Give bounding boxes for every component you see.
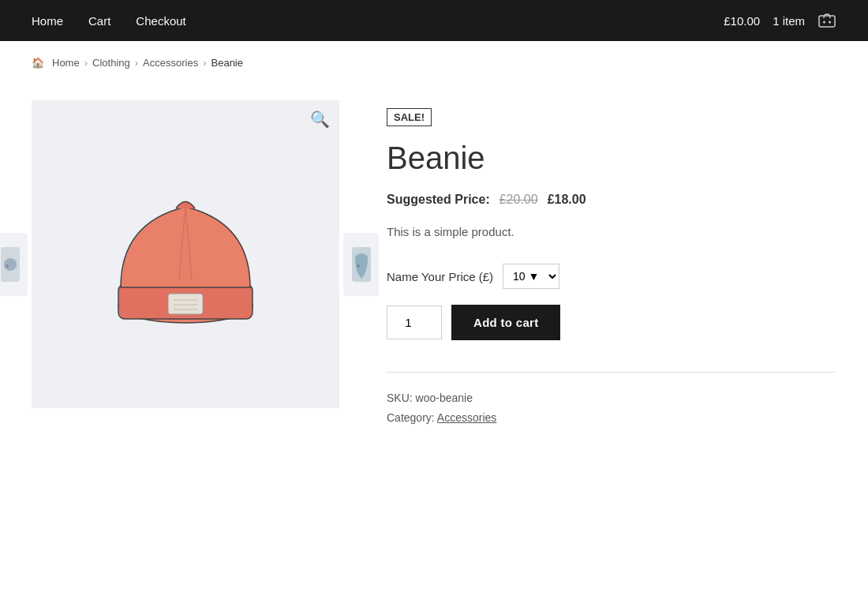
category-link[interactable]: Accessories xyxy=(437,411,496,424)
zoom-icon[interactable]: 🔍 xyxy=(310,110,330,129)
nav-checkout[interactable]: Checkout xyxy=(136,14,185,28)
meta-divider xyxy=(387,372,836,373)
sku-value: woo-beanie xyxy=(416,392,473,404)
product-image-box: 🔍 xyxy=(32,100,339,408)
price-input-row: Name Your Price (£) 10 ▼ 12 14 16 18 xyxy=(387,264,836,289)
product-image-area: 🔍 xyxy=(32,100,339,428)
breadcrumb-home[interactable]: Home xyxy=(52,57,80,69)
breadcrumb-accessories[interactable]: Accessories xyxy=(143,57,198,69)
cart-icon[interactable] xyxy=(817,11,836,31)
cart-amount: £10.00 xyxy=(724,14,760,28)
sku-row: SKU: woo-beanie xyxy=(387,388,836,408)
svg-point-13 xyxy=(357,264,360,268)
add-to-cart-row: Add to cart xyxy=(387,305,836,340)
main-nav: Home Cart Checkout £10.00 1 item xyxy=(0,0,868,41)
quantity-input[interactable] xyxy=(387,305,442,339)
svg-point-1 xyxy=(823,21,825,23)
prev-thumbnail[interactable] xyxy=(0,233,28,296)
product-meta: SKU: woo-beanie Category: Accessories xyxy=(387,388,836,428)
breadcrumb-current: Beanie xyxy=(211,57,243,69)
svg-point-5 xyxy=(6,264,9,268)
nav-links: Home Cart Checkout xyxy=(32,14,724,28)
price-select[interactable]: 10 ▼ 12 14 16 18 xyxy=(503,264,559,289)
price-old: £20.00 xyxy=(499,193,538,207)
next-thumbnail[interactable] xyxy=(343,233,379,296)
category-row: Category: Accessories xyxy=(387,408,836,428)
breadcrumb-clothing[interactable]: Clothing xyxy=(92,57,130,69)
price-row: Suggested Price: £20.00 £18.00 xyxy=(387,193,836,207)
svg-rect-8 xyxy=(168,294,203,314)
nav-home[interactable]: Home xyxy=(32,14,63,28)
sale-badge: SALE! xyxy=(387,108,432,126)
sku-label: SKU: xyxy=(387,392,413,404)
price-label: Suggested Price: xyxy=(387,193,490,207)
category-label: Category: xyxy=(387,411,435,424)
home-icon: 🏠 xyxy=(32,57,44,69)
nav-right: £10.00 1 item xyxy=(724,11,836,31)
product-title: Beanie xyxy=(387,139,836,177)
product-container: 🔍 xyxy=(0,84,868,475)
svg-rect-0 xyxy=(819,16,835,27)
add-to-cart-button[interactable]: Add to cart xyxy=(451,305,560,340)
breadcrumb: 🏠 Home › Clothing › Accessories › Beanie xyxy=(0,41,868,84)
cart-count: 1 item xyxy=(773,14,805,28)
nav-cart[interactable]: Cart xyxy=(88,14,110,28)
product-description: This is a simple product. xyxy=(387,223,836,242)
svg-point-4 xyxy=(4,258,17,271)
product-image xyxy=(91,159,280,349)
svg-point-2 xyxy=(829,21,831,23)
name-your-price-label: Name Your Price (£) xyxy=(387,270,493,283)
price-new: £18.00 xyxy=(548,193,586,207)
product-details: SALE! Beanie Suggested Price: £20.00 £18… xyxy=(387,100,836,428)
